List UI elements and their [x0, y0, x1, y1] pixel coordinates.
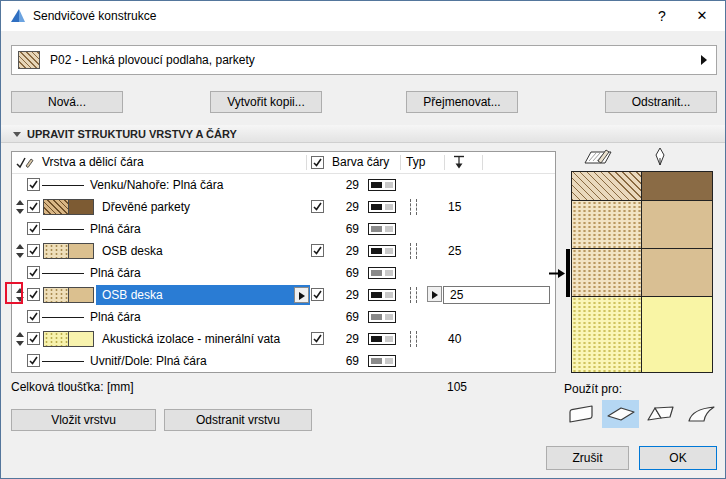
line-type-dropdown-button[interactable] — [427, 286, 442, 302]
separator-row[interactable]: Plná čára 69 — [12, 218, 555, 240]
pen-number[interactable]: 29 — [334, 284, 359, 306]
line-color-swatch[interactable] — [368, 245, 396, 257]
column-divider — [400, 155, 401, 170]
separator-line-sample — [42, 361, 84, 362]
preview-layer — [572, 172, 712, 201]
material-pattern-swatch[interactable] — [43, 199, 69, 215]
line-visibility-checkbox[interactable] — [311, 332, 324, 345]
use-for-shell-icon[interactable] — [682, 400, 719, 428]
material-pattern-swatch[interactable] — [43, 331, 69, 347]
use-for-label: Použít pro: — [564, 382, 622, 396]
material-color-swatch[interactable] — [68, 331, 94, 347]
pen-number[interactable]: 29 — [334, 240, 359, 262]
separator-line-sample — [42, 185, 84, 186]
layer-column-header[interactable]: Vrstva a dělicí čára — [42, 152, 144, 173]
layer-row[interactable]: Akustická izolace - minerální vata 29 40… — [12, 328, 555, 350]
insert-layer-button[interactable]: Vložit vrstvu — [11, 409, 156, 431]
pen-number[interactable]: 29 — [334, 174, 359, 196]
line-color-column-header[interactable]: Barva čáry — [332, 152, 389, 173]
composite-selector[interactable]: P02 - Lehká plovoucí podlaha, parkety — [11, 45, 717, 75]
drag-handle-icon[interactable] — [14, 200, 25, 214]
rename-button[interactable]: Přejmenovat... — [406, 91, 518, 113]
pen-number[interactable]: 69 — [334, 262, 359, 284]
line-visibility-checkbox[interactable] — [311, 244, 324, 257]
drag-handle-icon[interactable] — [14, 332, 25, 346]
material-pattern-swatch[interactable] — [43, 243, 69, 259]
remove-layer-button[interactable]: Odstranit vrstvu — [164, 409, 312, 431]
separator-row[interactable]: Plná čára 69 — [12, 262, 555, 284]
layer-name-cell[interactable]: OSB deska — [96, 241, 310, 261]
thickness-value[interactable]: 15 — [448, 196, 461, 218]
row-visibility-checkbox[interactable] — [27, 200, 40, 213]
layer-name-cell[interactable]: OSB deska — [96, 285, 310, 305]
layer-name-label: Dřevěné parkety — [102, 200, 190, 214]
line-visibility-checkbox[interactable] — [311, 200, 324, 213]
cancel-button[interactable]: Zrušit — [546, 446, 629, 470]
material-color-swatch[interactable] — [68, 243, 94, 259]
line-color-swatch[interactable] — [368, 355, 396, 367]
pen-number[interactable]: 69 — [334, 350, 359, 372]
use-for-wall-icon[interactable] — [562, 400, 599, 428]
preview-layer-fill — [642, 172, 712, 200]
separator-label: Plná čára — [90, 262, 141, 284]
cut-fill-pen-icon[interactable] — [583, 148, 613, 170]
pen-number[interactable]: 69 — [334, 306, 359, 328]
separator-line-sample — [42, 229, 84, 230]
line-color-swatch[interactable] — [368, 179, 396, 191]
layer-name-cell[interactable]: Akustická izolace - minerální vata — [96, 329, 310, 349]
pen-number[interactable]: 69 — [334, 218, 359, 240]
layer-name-cell[interactable]: Dřevěné parkety — [96, 197, 310, 217]
new-button[interactable]: Nová... — [11, 91, 123, 113]
material-pattern-swatch[interactable] — [43, 287, 69, 303]
delete-button[interactable]: Odstranit... — [605, 91, 717, 113]
line-type-sample[interactable] — [410, 199, 417, 215]
drag-handle-icon[interactable] — [14, 288, 25, 302]
separator-row[interactable]: Uvnitř/Dole: Plná čára 69 — [12, 350, 555, 372]
line-type-sample[interactable] — [410, 243, 417, 259]
use-for-roof-icon[interactable] — [642, 400, 679, 428]
row-visibility-checkbox[interactable] — [27, 244, 40, 257]
type-column-header[interactable]: Typ — [406, 152, 425, 173]
titlebar[interactable]: Sendvičové konstrukce ? ✕ — [1, 1, 725, 31]
line-color-swatch[interactable] — [368, 267, 396, 279]
drag-handle-icon[interactable] — [14, 244, 25, 258]
line-color-swatch[interactable] — [368, 201, 396, 213]
line-type-sample[interactable] — [410, 287, 417, 303]
layer-row[interactable]: OSB deska 29 25 25 — [12, 240, 555, 262]
line-color-swatch[interactable] — [368, 333, 396, 345]
line-visibility-checkbox[interactable] — [311, 288, 324, 301]
pen-number[interactable]: 29 — [334, 328, 359, 350]
row-visibility-checkbox[interactable] — [27, 178, 40, 191]
row-visibility-checkbox[interactable] — [27, 266, 40, 279]
layer-name-label: OSB deska — [102, 244, 163, 258]
layer-dropdown-button[interactable] — [294, 287, 309, 303]
line-color-swatch[interactable] — [368, 289, 396, 301]
line-color-swatch[interactable] — [368, 223, 396, 235]
line-type-sample[interactable] — [410, 331, 417, 347]
separator-row[interactable]: Plná čára 69 — [12, 306, 555, 328]
use-for-options — [562, 400, 719, 428]
pen-number[interactable]: 29 — [334, 196, 359, 218]
row-visibility-checkbox[interactable] — [27, 222, 40, 235]
row-visibility-checkbox[interactable] — [27, 288, 40, 301]
separator-line-pen-icon[interactable] — [651, 146, 669, 170]
row-visibility-checkbox[interactable] — [27, 354, 40, 367]
use-for-slab-icon[interactable] — [602, 400, 639, 428]
composite-preview[interactable] — [571, 171, 713, 373]
material-color-swatch[interactable] — [68, 287, 94, 303]
layer-row[interactable]: Dřevěné parkety 29 15 15 — [12, 196, 555, 218]
section-header-edit-structure[interactable]: UPRAVIT STRUKTURU VRSTVY A ČÁRY — [1, 125, 726, 143]
row-visibility-checkbox[interactable] — [27, 310, 40, 323]
thickness-value[interactable]: 25 — [448, 240, 461, 262]
close-button[interactable]: ✕ — [685, 1, 719, 31]
material-color-swatch[interactable] — [68, 199, 94, 215]
help-button[interactable]: ? — [647, 1, 677, 31]
thickness-value[interactable]: 40 — [448, 328, 461, 350]
separator-row[interactable]: Venku/Nahoře: Plná čára 29 — [12, 174, 555, 196]
ok-button[interactable]: OK — [639, 446, 717, 470]
layer-row[interactable]: OSB deska 29 25 25 — [12, 284, 555, 306]
duplicate-button[interactable]: Vytvořit kopii... — [210, 91, 322, 113]
line-color-swatch[interactable] — [368, 311, 396, 323]
row-visibility-checkbox[interactable] — [27, 332, 40, 345]
thickness-input[interactable]: 25 — [443, 286, 550, 304]
